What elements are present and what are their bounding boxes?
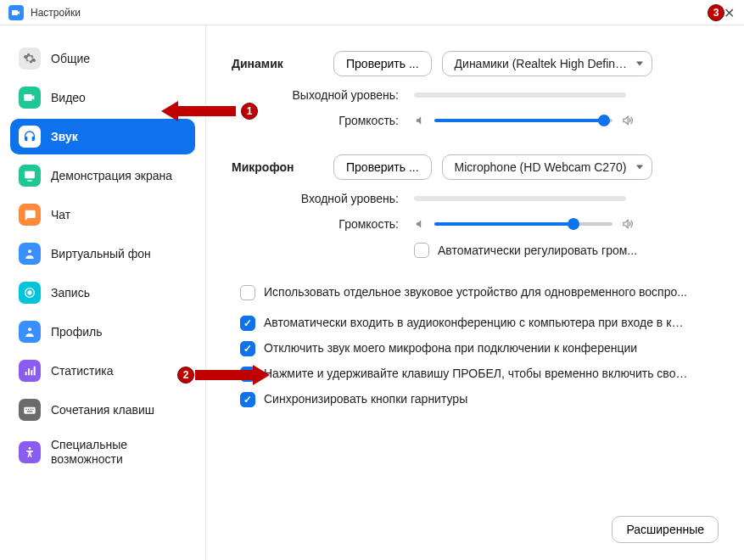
share-screen-icon xyxy=(19,165,41,187)
window-title: Настройки xyxy=(31,7,81,19)
auto-adjust-checkbox[interactable] xyxy=(414,243,429,258)
record-icon xyxy=(19,282,41,304)
advanced-button[interactable]: Расширенные xyxy=(612,516,719,543)
output-level-label: Выходной уровень: xyxy=(232,88,414,102)
mute-on-join-checkbox[interactable] xyxy=(240,341,255,356)
headphones-icon xyxy=(19,126,41,148)
sidebar-item-background[interactable]: Виртуальный фон xyxy=(10,236,195,272)
sidebar-item-video[interactable]: Видео xyxy=(10,80,195,115)
mute-on-join-label: Отключить звук моего микрофона при подкл… xyxy=(264,341,637,355)
sync-headset-checkbox[interactable] xyxy=(240,392,255,407)
app-icon xyxy=(8,5,24,20)
speaker-device-dropdown[interactable]: Динамики (Realtek High Definitio... xyxy=(442,51,652,76)
auto-adjust-label: Автоматически регулировать гром... xyxy=(438,244,637,257)
svg-rect-5 xyxy=(24,407,35,414)
stats-icon xyxy=(19,360,41,382)
mic-device-dropdown[interactable]: Microphone (HD Webcam C270) xyxy=(442,154,652,180)
input-level-meter xyxy=(414,196,626,201)
svg-point-3 xyxy=(27,290,31,294)
sidebar-item-label: Виртуальный фон xyxy=(51,247,151,261)
svg-point-1 xyxy=(28,249,31,253)
gear-icon xyxy=(19,48,41,70)
sidebar: Общие Видео Звук Демонстрация экрана Чат xyxy=(0,25,206,560)
sidebar-item-general[interactable]: Общие xyxy=(10,41,195,76)
sidebar-item-accessibility[interactable]: Специальные возможности xyxy=(10,431,195,473)
annotation-badge-1: 1 xyxy=(241,103,258,120)
video-icon xyxy=(19,87,41,109)
sync-headset-label: Синхронизировать кнопки гарнитуры xyxy=(264,392,467,406)
volume-low-icon xyxy=(414,115,426,126)
push-to-talk-checkbox[interactable] xyxy=(240,367,255,382)
separate-device-checkbox[interactable] xyxy=(240,285,255,300)
sidebar-item-label: Общие xyxy=(51,52,90,66)
auto-join-label: Автоматически входить в аудиоконференцию… xyxy=(264,316,688,329)
sidebar-item-profile[interactable]: Профиль xyxy=(10,314,195,350)
sidebar-item-label: Запись xyxy=(51,286,90,300)
sidebar-item-label: Сочетания клавиш xyxy=(51,403,154,417)
annotation-badge-3: 3 xyxy=(708,4,724,21)
content-panel: Динамик Проверить ... Динамики (Realtek … xyxy=(206,25,744,560)
svg-rect-8 xyxy=(31,409,31,410)
auto-join-checkbox[interactable] xyxy=(240,316,255,331)
svg-rect-6 xyxy=(25,409,26,410)
keyboard-icon xyxy=(19,399,41,421)
sidebar-item-share[interactable]: Демонстрация экрана xyxy=(10,158,195,193)
volume-low-icon xyxy=(414,218,426,230)
titlebar: Настройки ✕ xyxy=(0,0,744,25)
volume-high-icon xyxy=(621,115,633,126)
chat-icon xyxy=(19,204,41,226)
sidebar-item-audio[interactable]: Звук xyxy=(10,119,195,154)
sidebar-item-recording[interactable]: Запись xyxy=(10,275,195,311)
output-level-meter xyxy=(414,92,626,98)
virtual-bg-icon xyxy=(19,243,41,265)
mic-volume-label: Громкость: xyxy=(232,217,414,231)
sidebar-item-label: Демонстрация экрана xyxy=(51,169,172,183)
volume-high-icon xyxy=(621,218,633,230)
input-level-label: Входной уровень: xyxy=(232,192,414,205)
test-mic-button[interactable]: Проверить ... xyxy=(333,154,432,180)
svg-rect-7 xyxy=(28,409,29,410)
speaker-volume-slider[interactable] xyxy=(434,119,613,122)
speaker-volume-label: Громкость: xyxy=(232,114,414,127)
accessibility-icon xyxy=(19,441,41,463)
sidebar-item-shortcuts[interactable]: Сочетания клавиш xyxy=(10,392,195,428)
svg-rect-0 xyxy=(25,171,35,179)
sidebar-item-label: Специальные возможности xyxy=(51,438,187,467)
separate-device-label: Использовать отдельное звуковое устройст… xyxy=(264,285,687,299)
svg-point-4 xyxy=(28,328,31,331)
sidebar-item-label: Чат xyxy=(51,208,70,222)
svg-rect-10 xyxy=(27,411,33,412)
svg-point-11 xyxy=(29,447,31,450)
mic-volume-slider[interactable] xyxy=(434,222,613,226)
sidebar-item-statistics[interactable]: Статистика xyxy=(10,353,195,389)
push-to-talk-label: Нажмите и удерживайте клавишу ПРОБЕЛ, чт… xyxy=(264,367,688,380)
sidebar-item-label: Профиль xyxy=(51,325,102,339)
annotation-badge-2: 2 xyxy=(177,367,194,384)
sidebar-item-label: Видео xyxy=(51,91,86,105)
sidebar-item-label: Звук xyxy=(51,130,78,144)
speaker-title: Динамик xyxy=(232,57,333,70)
sidebar-item-label: Статистика xyxy=(51,364,114,378)
svg-rect-9 xyxy=(32,409,33,410)
sidebar-item-chat[interactable]: Чат xyxy=(10,197,195,232)
test-speaker-button[interactable]: Проверить ... xyxy=(333,51,432,76)
profile-icon xyxy=(19,321,41,343)
mic-title: Микрофон xyxy=(232,160,333,174)
